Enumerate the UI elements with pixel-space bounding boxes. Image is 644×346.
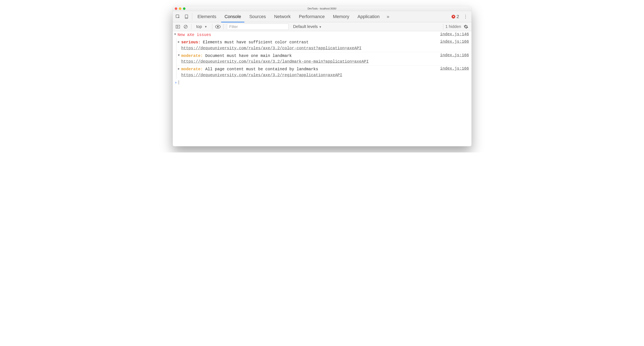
rule-link[interactable]: https://dequeuniversity.com/rules/axe/3.… xyxy=(181,46,362,51)
console-log-row: ▶ moderate: All page content must be con… xyxy=(176,65,472,79)
tab-label: Sources xyxy=(249,14,266,19)
disclosure-triangle-icon[interactable]: ▼ xyxy=(178,53,181,65)
context-selector[interactable]: top ▼ xyxy=(194,24,210,29)
source-link[interactable]: index.js:166 xyxy=(436,40,469,44)
console-toolbar: top ▼ Default levels ▼ 1 hidden xyxy=(173,22,472,31)
severity-badge: serious: xyxy=(181,40,201,45)
tab-label: Performance xyxy=(299,14,325,19)
console-group-body: ▶ serious: Elements must have sufficient… xyxy=(176,39,472,79)
divider xyxy=(191,24,192,30)
source-link[interactable]: index.js:166 xyxy=(436,53,469,58)
source-link[interactable]: index.js:166 xyxy=(436,66,469,71)
log-levels-selector[interactable]: Default levels ▼ xyxy=(289,24,325,29)
device-toolbar-icon[interactable] xyxy=(182,13,191,21)
rule-link[interactable]: https://dequeuniversity.com/rules/axe/3.… xyxy=(181,73,342,78)
clear-console-icon[interactable] xyxy=(182,25,189,29)
inspect-element-icon[interactable] xyxy=(174,13,182,21)
error-count[interactable]: ✕ 2 xyxy=(449,14,462,19)
svg-point-8 xyxy=(217,26,219,28)
log-message: serious: Elements must have sufficient c… xyxy=(181,40,436,51)
error-count-value: 2 xyxy=(456,14,459,19)
group-label: New aXe issues xyxy=(178,32,436,38)
chevron-down-icon: ▼ xyxy=(319,25,322,29)
tab-label: Elements xyxy=(198,14,216,19)
rule-link[interactable]: https://dequeuniversity.com/rules/axe/3.… xyxy=(181,59,369,64)
severity-badge: moderate: xyxy=(181,54,203,58)
message-text: Document must have one main landmark xyxy=(205,54,292,58)
console-settings-icon[interactable] xyxy=(462,25,470,29)
tab-label: Application xyxy=(358,14,380,19)
devtools-window: DevTools - localhost:3000/ Elements Cons… xyxy=(173,6,472,146)
tab-performance[interactable]: Performance xyxy=(295,11,329,22)
more-tabs-icon[interactable]: » xyxy=(384,13,392,21)
window-title: DevTools - localhost:3000/ xyxy=(173,7,472,10)
message-text: All page content must be contained by la… xyxy=(205,67,318,72)
tab-console[interactable]: Console xyxy=(220,11,245,22)
tab-sources[interactable]: Sources xyxy=(245,11,270,22)
source-link[interactable]: index.js:146 xyxy=(436,32,469,37)
console-log-row: ▼ moderate: Document must have one main … xyxy=(176,52,472,66)
svg-line-6 xyxy=(184,26,187,28)
tab-label: Network xyxy=(274,14,291,19)
log-message: moderate: Document must have one main la… xyxy=(181,53,436,65)
chevron-down-icon: ▼ xyxy=(204,25,207,28)
filter-input[interactable] xyxy=(227,24,288,30)
error-icon: ✕ xyxy=(452,15,455,19)
disclosure-triangle-icon[interactable]: ▶ xyxy=(178,40,181,51)
severity-badge: moderate: xyxy=(181,67,203,72)
live-expression-icon[interactable] xyxy=(214,25,222,29)
console-output: ▼ New aXe issues index.js:146 ▶ serious:… xyxy=(173,31,472,146)
log-message: moderate: All page content must be conta… xyxy=(181,66,436,78)
hidden-messages[interactable]: 1 hidden xyxy=(446,24,461,29)
tab-label: Memory xyxy=(333,14,349,19)
prompt-icon: › xyxy=(175,80,177,85)
devtools-menu-icon[interactable]: ⋮ xyxy=(462,14,470,19)
tab-network[interactable]: Network xyxy=(270,11,295,22)
message-text: Elements must have sufficient color cont… xyxy=(203,40,309,45)
tab-elements[interactable]: Elements xyxy=(194,11,220,22)
disclosure-triangle-icon[interactable]: ▶ xyxy=(178,66,181,78)
disclosure-triangle-icon[interactable]: ▼ xyxy=(174,32,178,38)
console-sidebar-toggle-icon[interactable] xyxy=(174,25,181,29)
levels-label: Default levels xyxy=(293,24,318,29)
tab-memory[interactable]: Memory xyxy=(329,11,353,22)
divider xyxy=(192,13,192,20)
console-log-row: ▶ serious: Elements must have sufficient… xyxy=(176,39,472,52)
divider xyxy=(224,24,224,30)
tab-label: Console xyxy=(224,14,241,19)
console-input[interactable]: › xyxy=(173,79,472,86)
context-label: top xyxy=(196,24,202,29)
tab-application[interactable]: Application xyxy=(354,11,384,22)
console-group-header[interactable]: ▼ New aXe issues index.js:146 xyxy=(173,31,472,39)
devtools-tabs: Elements Console Sources Network Perform… xyxy=(173,11,472,22)
titlebar: DevTools - localhost:3000/ xyxy=(173,6,472,11)
